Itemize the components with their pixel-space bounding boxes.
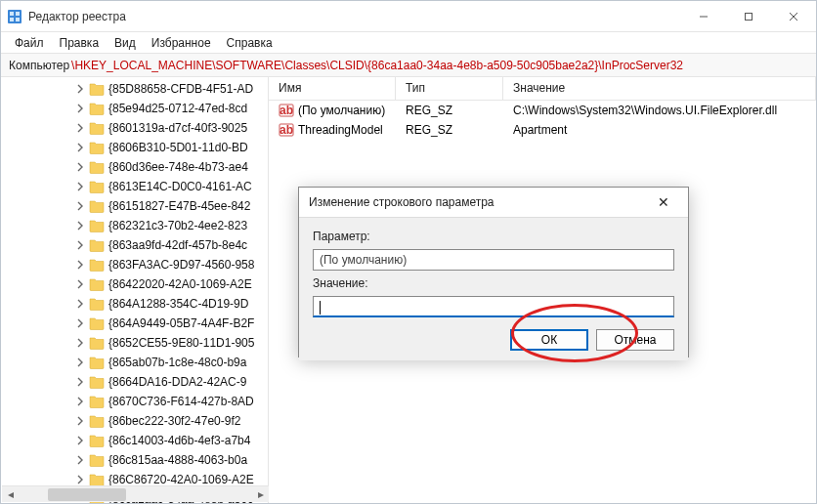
folder-icon [89,473,105,486]
value-row[interactable]: abThreadingModelREG_SZApartment [269,120,816,140]
expand-icon[interactable] [73,82,87,96]
address-label: Компьютер [9,59,69,72]
expand-icon[interactable] [73,336,87,350]
value-name: (По умолчанию) [298,104,385,117]
svg-text:ab: ab [280,104,293,117]
value-label: Значение: [313,276,674,290]
expand-icon[interactable] [73,180,87,193]
scroll-track[interactable] [19,486,252,503]
value-data: Apartment [503,121,816,139]
expand-icon[interactable] [73,473,87,486]
tree-item[interactable]: {8652CE55-9E80-11D1-905 [1,333,269,353]
expand-icon[interactable] [73,453,87,467]
expand-icon[interactable] [73,297,87,311]
tree-item-label: {863FA3AC-9D97-4560-958 [108,258,254,272]
expand-icon[interactable] [73,121,87,135]
menu-help[interactable]: Справка [221,34,279,52]
expand-icon[interactable] [73,375,87,389]
svg-rect-1 [10,12,14,16]
cancel-button[interactable]: Отмена [596,329,674,351]
tree-item[interactable]: {86151827-E47B-45ee-842 [1,196,269,216]
expand-icon[interactable] [73,434,87,447]
tree-item-label: {86bec222-30f2-47e0-9f2 [108,414,240,428]
scroll-left-button[interactable]: ◂ [2,486,19,503]
value-row[interactable]: ab(По умолчанию)REG_SZC:\Windows\System3… [269,101,816,120]
tree-item[interactable]: {8613E14C-D0C0-4161-AC [1,177,269,196]
tree-item-label: {8613E14C-D0C0-4161-AC [108,180,252,193]
tree-item-label: {85e94d25-0712-47ed-8cd [108,102,247,115]
expand-icon[interactable] [73,258,87,272]
maximize-button[interactable] [726,1,771,32]
folder-icon [89,160,105,174]
tree-item-label: {85D88658-CFDB-4F51-AD [108,82,253,96]
expand-icon[interactable] [73,316,87,330]
tree-item[interactable]: {862321c3-70b2-4ee2-823 [1,216,269,235]
expand-icon[interactable] [73,219,87,232]
tree-item-label: {86c14003-4d6b-4ef3-a7b4 [108,434,250,447]
tree-item[interactable]: {863aa9fd-42df-457b-8e4c [1,235,269,255]
scroll-right-button[interactable]: ▸ [252,486,269,503]
expand-icon[interactable] [73,160,87,174]
expand-icon[interactable] [73,414,87,428]
tree-item-label: {864A9449-05B7-4A4F-B2F [108,316,254,330]
tree-item[interactable]: {863FA3AC-9D97-4560-958 [1,255,269,274]
tree-item[interactable]: {85e94d25-0712-47ed-8cd [1,99,269,118]
minimize-button[interactable] [681,1,726,32]
address-bar[interactable]: Компьютер \HKEY_LOCAL_MACHINE\SOFTWARE\C… [1,54,816,77]
dialog-title: Изменение строкового параметра [309,195,649,209]
tree-item[interactable]: {8670C736-F614-427b-8AD [1,392,269,411]
tree-item[interactable]: {8606B310-5D01-11d0-BD [1,138,269,157]
folder-icon [89,453,105,467]
tree-item[interactable]: {864A1288-354C-4D19-9D [1,294,269,314]
expand-icon[interactable] [73,199,87,213]
regedit-icon [7,9,22,24]
value-input[interactable] [313,296,674,317]
expand-icon[interactable] [73,395,87,408]
col-type[interactable]: Тип [396,77,503,100]
folder-icon [89,219,105,232]
tree-item[interactable]: {85D88658-CFDB-4F51-AD [1,79,269,99]
column-headers: Имя Тип Значение [269,77,816,101]
expand-icon[interactable] [73,238,87,252]
folder-icon [89,395,105,408]
expand-icon[interactable] [73,102,87,115]
menu-view[interactable]: Вид [108,34,142,52]
folder-icon [89,414,105,428]
menu-favorites[interactable]: Избранное [146,34,217,52]
menu-edit[interactable]: Правка [54,34,106,52]
close-button[interactable] [771,1,816,32]
col-name[interactable]: Имя [269,77,396,100]
tree-item[interactable]: {865ab07b-1c8e-48c0-b9a [1,353,269,372]
tree-item-label: {8652CE55-9E80-11D1-905 [108,336,254,350]
expand-icon[interactable] [73,356,87,369]
tree-item[interactable]: {86c14003-4d6b-4ef3-a7b4 [1,431,269,450]
string-value-icon: ab [279,103,294,118]
tree-item[interactable]: {864A9449-05B7-4A4F-B2F [1,314,269,333]
tree-item[interactable]: {86bec222-30f2-47e0-9f2 [1,411,269,431]
dialog-close-button[interactable]: ✕ [649,188,678,217]
tree-item-label: {860d36ee-748e-4b73-ae4 [108,160,248,174]
tree-pane[interactable]: {85D88658-CFDB-4F51-AD{85e94d25-0712-47e… [1,77,269,503]
tree-item[interactable]: {860d36ee-748e-4b73-ae4 [1,157,269,177]
folder-icon [89,102,105,115]
address-path: \HKEY_LOCAL_MACHINE\SOFTWARE\Classes\CLS… [71,59,683,72]
folder-icon [89,258,105,272]
string-value-icon: ab [279,122,294,138]
tree-item[interactable]: {8664DA16-DDA2-42AC-9 [1,372,269,392]
tree-item[interactable]: {86422020-42A0-1069-A2E [1,274,269,294]
col-value[interactable]: Значение [503,77,816,100]
tree-item[interactable]: {8601319a-d7cf-40f3-9025 [1,118,269,138]
edit-string-dialog: Изменение строкового параметра ✕ Парамет… [298,187,689,357]
scroll-thumb[interactable] [48,488,126,501]
folder-icon [89,199,105,213]
tree-item[interactable]: {86c815aa-4888-4063-b0a [1,450,269,470]
expand-icon[interactable] [73,141,87,154]
dialog-buttons: ОК Отмена [313,329,674,351]
tree-scrollbar-horizontal[interactable]: ◂ ▸ [2,485,269,502]
ok-button[interactable]: ОК [510,329,588,351]
expand-icon[interactable] [73,277,87,291]
value-type: REG_SZ [396,121,503,139]
tree-item-label: {8664DA16-DDA2-42AC-9 [108,375,246,389]
registry-editor-window: Редактор реестра Файл Правка Вид Избранн… [0,0,817,504]
menu-file[interactable]: Файл [9,34,50,52]
